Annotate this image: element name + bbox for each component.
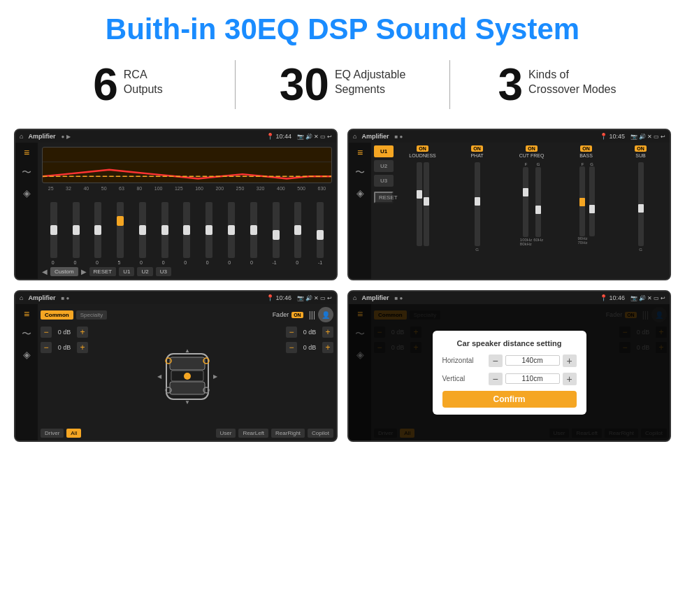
dialog-vertical-control: − 110cm + [489,373,577,385]
amp-reset-btn[interactable]: RESET [374,192,394,203]
svg-text:▲: ▲ [185,348,190,354]
loudness-slider-r[interactable] [424,162,429,246]
db-control-bl: − 0 dB + [41,342,88,353]
loudness-label: LOUDNESS [409,153,436,158]
eq-u3-btn[interactable]: U3 [156,267,171,276]
cross-btn-driver[interactable]: Driver [41,429,64,438]
dialog-horizontal-plus[interactable]: + [563,354,577,367]
loudness-on[interactable]: ON [417,145,428,152]
amp-col-cutfreq: ON CUT FREQ F 100Hz80kHz G [505,145,558,276]
amp-sidebar-icon-2[interactable]: 〜 [355,166,365,179]
sub-label: SUB [635,153,645,158]
amp-preset-u2[interactable]: U2 [374,160,394,172]
home-icon-4[interactable]: ⌂ [353,294,356,301]
home-icon[interactable]: ⌂ [20,133,23,140]
bass-slider-g[interactable] [589,166,595,236]
eq-sidebar-icon-2[interactable]: 〜 [22,166,31,179]
eq-slider-11[interactable] [273,202,280,258]
db-plus-tr[interactable]: + [322,327,333,338]
avatar-icon[interactable]: 👤 [318,307,333,322]
eq-slider-6[interactable] [161,202,168,258]
dialog-overlay: Car speaker distance setting Horizontal … [349,304,670,440]
eq-arrow-right[interactable]: ▶ [81,268,87,275]
dialog-vertical-minus[interactable]: − [489,373,503,385]
eq-arrow-left[interactable]: ◀ [42,268,48,275]
eq-sidebar: ≡ 〜 ◈ [15,143,38,279]
eq-reset-btn[interactable]: RESET [89,267,117,276]
eq-main-area: 2532405063 80100125160200 25032040050063… [38,143,336,279]
db-plus-bl[interactable]: + [77,342,88,353]
cutfreq-on[interactable]: ON [526,145,538,152]
amp-main-area: U1 U2 U3 RESET ON LOUDNESS [371,143,670,279]
cross-main-layout: − 0 dB + − 0 dB + [41,327,333,426]
amp-sidebar: ≡ 〜 ◈ [349,143,371,279]
eq-slider-1[interactable] [50,202,57,258]
dialog-vertical-label: Vertical [442,375,484,382]
eq-slider-2[interactable] [73,202,80,258]
amp-sidebar-icon-1[interactable]: ≡ [357,147,363,158]
fader-label: Fader [273,311,289,318]
db-plus-tl[interactable]: + [77,327,88,338]
dialog-row-horizontal: Horizontal − 140cm + [442,354,577,367]
stat-divider-2 [449,60,450,109]
dialog-confirm-button[interactable]: Confirm [442,391,577,408]
amp-preset-u3[interactable]: U3 [374,175,394,187]
amp-col-phat: ON PHAT G [451,145,503,276]
stat-label-eq: EQ AdjustableSegments [335,62,405,97]
cross-btn-copilot[interactable]: Copilot [308,429,333,438]
db-minus-bl[interactable]: − [41,342,52,353]
eq-u1-btn[interactable]: U1 [119,267,134,276]
cross-btn-rearright[interactable]: RearRight [271,429,305,438]
cross-sidebar-icon-3[interactable]: ◈ [23,349,31,360]
eq-values: 00050 00000 -10-1 [42,260,332,265]
loudness-slider-l[interactable] [417,162,422,246]
cutfreq-slider-g[interactable] [535,167,541,237]
sub-freq: G [639,248,642,252]
cross-tab-specialty[interactable]: Specialty [76,310,107,320]
amp-sidebar-icon-3[interactable]: ◈ [356,187,364,199]
eq-slider-9[interactable] [228,202,235,258]
cross-sidebar-icon-1[interactable]: ≡ [24,308,29,320]
db-plus-br[interactable]: + [322,342,333,353]
phat-on[interactable]: ON [471,145,483,152]
dialog-horizontal-minus[interactable]: − [489,354,503,367]
cross-btn-rearleft[interactable]: RearLeft [238,429,268,438]
eq-slider-13[interactable] [317,202,324,258]
db-minus-tr[interactable]: − [286,327,297,338]
db-control-br: − 0 dB + [286,342,333,353]
eq-slider-8[interactable] [206,202,212,258]
phat-slider[interactable] [475,162,480,246]
cross-tab-common[interactable]: Common [41,310,73,320]
sub-on[interactable]: ON [635,145,647,152]
cross-btn-all[interactable]: All [66,429,81,438]
screen-time-2: 📍 10:45 [600,133,625,140]
eq-slider-12[interactable] [294,202,301,258]
eq-sidebar-icon-3[interactable]: ◈ [23,187,31,199]
eq-slider-10[interactable] [250,202,257,258]
cross-sidebar-icon-2[interactable]: 〜 [22,328,31,341]
sub-slider[interactable] [638,162,644,246]
eq-slider-4[interactable] [117,202,124,258]
screens-grid: ⌂ Amplifier ● ▶ 📍 10:44 📷🔊✕▭↩ ≡ 〜 ◈ [0,122,685,456]
eq-slider-7[interactable] [183,202,190,258]
eq-sidebar-icon-1[interactable]: ≡ [24,147,29,158]
bass-slider-f[interactable] [579,166,585,236]
dialog-vertical-plus[interactable]: + [563,373,577,385]
fader-on-badge[interactable]: ON [291,312,303,318]
cutfreq-slider-f[interactable] [523,167,528,237]
db-minus-tl[interactable]: − [41,327,52,338]
amp-preset-u1[interactable]: U1 [374,145,394,157]
eq-slider-5[interactable] [139,202,146,258]
screen-time-4: 📍 10:46 [600,294,625,301]
eq-u2-btn[interactable]: U2 [137,267,152,276]
stat-crossover: 3 Kinds ofCrossover Modes [457,62,657,107]
bass-on[interactable]: ON [580,145,592,152]
eq-slider-3[interactable] [94,202,101,258]
db-minus-br[interactable]: − [286,342,297,353]
screen-title-4: Amplifier [361,294,389,301]
phat-label: PHAT [470,153,483,158]
cross-btn-user[interactable]: User [216,429,236,438]
home-icon-3[interactable]: ⌂ [20,294,23,301]
eq-custom-btn[interactable]: Custom [50,267,78,276]
home-icon-2[interactable]: ⌂ [353,133,356,140]
